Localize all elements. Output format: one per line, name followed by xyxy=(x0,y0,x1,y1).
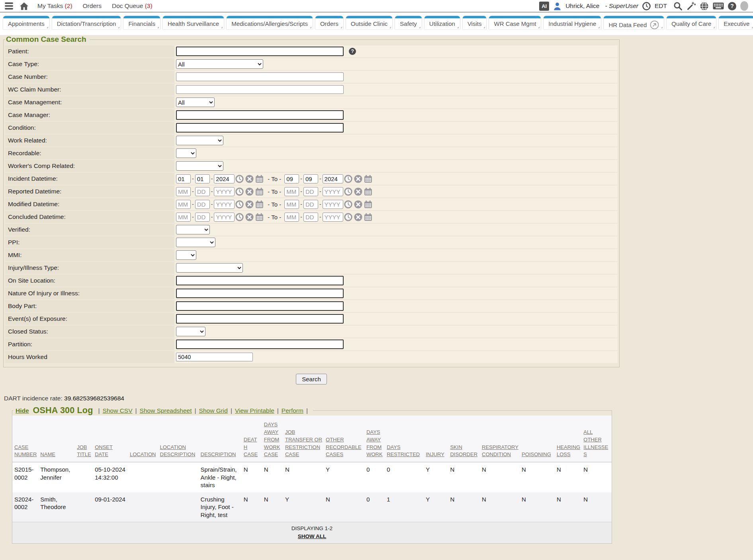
tab-hr-data-feed[interactable]: HR Data Feed xyxy=(604,16,664,29)
column-header-all-other-illnesses[interactable]: ALL OTHER ILLNESSES xyxy=(581,416,612,462)
incident-datetime-from-dd-input[interactable] xyxy=(195,174,210,183)
case-number-input[interactable] xyxy=(176,72,344,81)
column-header-other-recordable-cases[interactable]: OTHER RECORDABLE CASES xyxy=(324,416,364,462)
modified-datetime-to-dd-input[interactable] xyxy=(303,200,318,209)
wc-claim-number-input[interactable] xyxy=(176,85,344,94)
concluded-datetime-to-clear-icon[interactable] xyxy=(354,213,362,221)
tab-medications-allergies-scripts[interactable]: Medications/Allergies/Scripts xyxy=(227,16,313,29)
modified-datetime-to-calendar-icon[interactable] xyxy=(364,200,372,209)
incident-datetime-to-dd-input[interactable] xyxy=(303,174,318,183)
globe-icon[interactable] xyxy=(700,2,709,11)
column-header-hearing-loss[interactable]: HEARING LOSS xyxy=(555,416,581,462)
reported-datetime-to-mm-input[interactable] xyxy=(284,187,299,196)
closed-status-select[interactable] xyxy=(176,327,205,336)
show-all-link[interactable]: SHOW ALL xyxy=(298,533,327,539)
reported-datetime-to-dd-input[interactable] xyxy=(303,187,318,196)
hide-link[interactable]: Hide xyxy=(16,407,29,414)
hours-worked-input[interactable] xyxy=(176,353,253,361)
modified-datetime-to-clear-icon[interactable] xyxy=(354,200,362,209)
incident-datetime-to-calendar-icon[interactable] xyxy=(364,175,372,183)
column-header-location[interactable]: LOCATION xyxy=(128,416,158,462)
verified-select[interactable] xyxy=(176,225,210,234)
column-header-description[interactable]: DESCRIPTION xyxy=(199,416,242,462)
work-related-select[interactable] xyxy=(176,136,223,145)
nav-orders[interactable]: Orders xyxy=(83,2,102,10)
modified-datetime-from-calendar-icon[interactable] xyxy=(255,200,264,209)
modified-datetime-to-yyyy-input[interactable] xyxy=(323,200,343,209)
tab-health-surveillance[interactable]: Health Surveillance xyxy=(163,16,224,29)
modified-datetime-to-mm-input[interactable] xyxy=(284,200,299,209)
incident-datetime-from-mm-input[interactable] xyxy=(176,174,191,183)
body-part-input[interactable] xyxy=(176,301,344,311)
incident-datetime-to-clear-icon[interactable] xyxy=(354,175,362,183)
concluded-datetime-to-time-icon[interactable] xyxy=(344,213,352,221)
column-header-days-away-from-work[interactable]: DAYS AWAY FROM WORK xyxy=(364,416,385,462)
incident-datetime-from-yyyy-input[interactable] xyxy=(214,174,235,183)
reported-datetime-from-clear-icon[interactable] xyxy=(245,187,254,196)
nature-of-injury-or-illness-input[interactable] xyxy=(176,289,344,298)
column-header-respiratory-condition[interactable]: RESPIRATORY CONDITION xyxy=(480,416,520,462)
concluded-datetime-to-calendar-icon[interactable] xyxy=(364,213,372,221)
tab-outside-clinic[interactable]: Outside Clinic xyxy=(346,16,393,29)
tab-visits[interactable]: Visits xyxy=(463,16,487,29)
concluded-datetime-from-mm-input[interactable] xyxy=(176,213,191,222)
wand-icon[interactable] xyxy=(687,2,696,11)
nav-doc-queue[interactable]: Doc Queue (3) xyxy=(112,2,153,10)
incident-datetime-to-mm-input[interactable] xyxy=(284,174,299,183)
concluded-datetime-from-time-icon[interactable] xyxy=(235,213,244,221)
clock-icon[interactable] xyxy=(642,2,651,10)
help-icon[interactable]: ? xyxy=(728,2,736,10)
concluded-datetime-to-yyyy-input[interactable] xyxy=(323,213,343,222)
osha-link-show-grid[interactable]: Show Grid xyxy=(199,407,228,414)
incident-datetime-from-calendar-icon[interactable] xyxy=(255,175,264,183)
tab-executive[interactable]: Executive xyxy=(719,16,753,29)
reported-datetime-to-clear-icon[interactable] xyxy=(354,187,362,196)
table-row[interactable]: S2015-0002Thompson, Jennifer05-10-2024 1… xyxy=(12,462,612,492)
partition-input[interactable] xyxy=(176,340,344,349)
concluded-datetime-from-yyyy-input[interactable] xyxy=(214,213,235,222)
reported-datetime-from-mm-input[interactable] xyxy=(176,187,191,196)
reported-datetime-to-time-icon[interactable] xyxy=(344,187,352,196)
column-header-job-transfer-or-restriction-case[interactable]: JOB TRANSFER OR RESTRICTION CASE xyxy=(283,416,324,462)
incident-datetime-from-clear-icon[interactable] xyxy=(245,175,254,183)
modified-datetime-from-yyyy-input[interactable] xyxy=(214,200,235,209)
tab-orders[interactable]: Orders xyxy=(315,16,343,29)
modified-datetime-to-time-icon[interactable] xyxy=(344,200,352,209)
tab-dictation-transcription[interactable]: Dictation/Transcription xyxy=(52,16,121,29)
patient-input[interactable] xyxy=(176,47,344,56)
keyboard-icon[interactable] xyxy=(713,2,724,10)
table-row[interactable]: S2024-0002Smith, Theodore09-01-2024Crush… xyxy=(12,492,612,522)
reported-datetime-from-calendar-icon[interactable] xyxy=(255,187,264,196)
user-icon[interactable] xyxy=(553,2,561,10)
concluded-datetime-to-mm-input[interactable] xyxy=(284,213,299,222)
tab-financials[interactable]: Financials xyxy=(123,16,160,29)
condition-input[interactable] xyxy=(176,123,344,133)
column-header-job-title[interactable]: JOB TITLE xyxy=(75,416,93,462)
case-management-select[interactable]: All xyxy=(176,98,215,107)
recordable-select[interactable] xyxy=(176,148,196,158)
modified-datetime-from-time-icon[interactable] xyxy=(235,200,244,209)
osha-link-show-spreadsheet[interactable]: Show Spreadsheet xyxy=(140,407,192,414)
mmi-select[interactable] xyxy=(176,250,196,260)
column-header-days-restricted[interactable]: DAYS RESTRICTED xyxy=(385,416,424,462)
osha-link-perform[interactable]: Perform xyxy=(282,407,303,414)
modified-datetime-from-dd-input[interactable] xyxy=(195,200,210,209)
reported-datetime-from-dd-input[interactable] xyxy=(195,187,210,196)
field-help-icon[interactable]: ? xyxy=(349,48,356,55)
reported-datetime-from-time-icon[interactable] xyxy=(235,187,244,196)
column-header-poisoning[interactable]: POISONING xyxy=(520,416,555,462)
case-type-select[interactable]: All xyxy=(176,59,263,69)
event-s-of-exposure-input[interactable] xyxy=(176,314,344,324)
column-header-injury[interactable]: INJURY xyxy=(424,416,448,462)
home-icon[interactable] xyxy=(20,2,29,10)
tab-appointments[interactable]: Appointments xyxy=(3,16,49,29)
tab-utilization[interactable]: Utilization xyxy=(424,16,460,29)
search-icon[interactable] xyxy=(673,2,683,11)
tab-safety[interactable]: Safety xyxy=(395,16,422,29)
reported-datetime-to-calendar-icon[interactable] xyxy=(364,187,372,196)
incident-datetime-to-time-icon[interactable] xyxy=(344,175,352,183)
menu-icon[interactable] xyxy=(5,2,13,10)
incident-datetime-from-time-icon[interactable] xyxy=(235,175,244,183)
case-manager-input[interactable] xyxy=(176,110,344,120)
modified-datetime-from-mm-input[interactable] xyxy=(176,200,191,209)
